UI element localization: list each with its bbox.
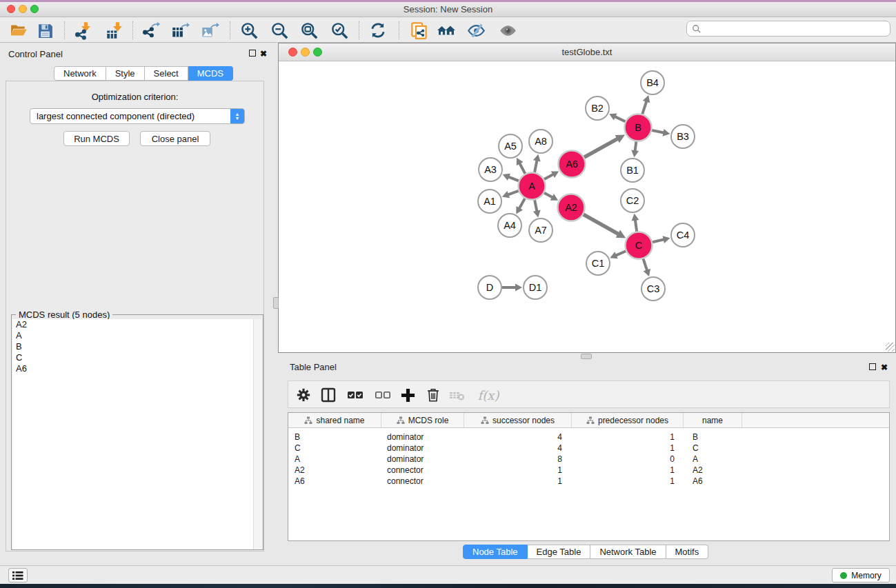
zoom-out-icon[interactable] — [270, 21, 289, 40]
graph-node-D1[interactable]: D1 — [524, 276, 547, 299]
graph-node-C1[interactable]: C1 — [586, 252, 610, 275]
table-cell[interactable]: 1 — [464, 476, 572, 487]
table-row[interactable]: Bdominator41B — [288, 432, 889, 443]
tab-select[interactable]: Select — [145, 66, 188, 81]
show-network-icon[interactable] — [498, 21, 517, 40]
table-cell[interactable]: dominator — [381, 432, 464, 443]
network-graph[interactable]: B4B2BB3A5A8A6A3B1AA1C2A2A4A7C4CC1C3DD1 — [279, 61, 895, 352]
graph-node-A7[interactable]: A7 — [529, 219, 552, 242]
graph-edge-B-B2[interactable] — [614, 116, 625, 122]
save-session-icon[interactable] — [35, 21, 54, 40]
graph-edge-C-C2[interactable] — [635, 219, 637, 232]
graph-node-A6[interactable]: A6 — [559, 151, 586, 178]
graph-node-A1[interactable]: A1 — [478, 190, 501, 213]
graph-node-C[interactable]: C — [626, 232, 653, 259]
graph-edge-B-B1[interactable] — [635, 141, 636, 152]
criterion-select[interactable]: largest connected component (directed) ▲… — [30, 108, 245, 124]
tab-network-table[interactable]: Network Table — [590, 545, 666, 559]
graph-edge-A-A8[interactable] — [535, 159, 537, 172]
import-network-icon[interactable] — [73, 21, 92, 40]
table-cell[interactable]: 1 — [572, 432, 684, 443]
table-row[interactable]: A2connector11A2 — [288, 465, 889, 476]
import-table-icon[interactable] — [105, 21, 124, 40]
resize-grip-icon[interactable] — [886, 343, 895, 352]
clone-network-icon[interactable] — [409, 21, 428, 40]
mcds-result-item[interactable]: A6 — [12, 363, 253, 374]
table-cell[interactable]: A2 — [684, 465, 742, 476]
search-box[interactable] — [686, 21, 890, 37]
graph-node-C4[interactable]: C4 — [671, 223, 695, 247]
graph-node-A2[interactable]: A2 — [558, 194, 585, 221]
network-close-button[interactable] — [288, 48, 297, 57]
table-cell[interactable]: dominator — [381, 443, 464, 454]
table-cell[interactable]: dominator — [381, 454, 464, 465]
table-row[interactable]: Cdominator41C — [288, 443, 889, 454]
maximize-window-button[interactable] — [30, 5, 39, 13]
graph-edge-C-C4[interactable] — [653, 239, 665, 242]
graph-edge-A-A2[interactable] — [544, 193, 553, 198]
graph-node-A8[interactable]: A8 — [529, 130, 552, 153]
zoom-fit-icon[interactable] — [299, 21, 319, 40]
column-header-mcds-role[interactable]: MCDS role — [381, 413, 464, 427]
graph-edge-A-A3[interactable] — [508, 176, 519, 181]
table-cell[interactable]: 1 — [464, 465, 572, 476]
mcds-result-item[interactable]: C — [12, 352, 253, 363]
table-cell[interactable]: connector — [381, 465, 464, 476]
open-session-icon[interactable] — [9, 21, 28, 40]
graph-node-A4[interactable]: A4 — [498, 214, 521, 237]
close-window-button[interactable] — [7, 5, 15, 13]
tab-style[interactable]: Style — [106, 66, 145, 81]
export-table-icon[interactable] — [170, 21, 190, 40]
graph-edge-A-A5[interactable] — [519, 163, 526, 174]
memory-button[interactable]: Memory — [832, 568, 890, 582]
close-panel-button[interactable]: Close panel — [140, 131, 210, 146]
graph-node-B4[interactable]: B4 — [641, 71, 664, 94]
horizontal-splitter-handle[interactable] — [581, 354, 592, 359]
table-cell[interactable]: A — [684, 454, 742, 465]
table-panel-close-icon[interactable]: ✖ — [881, 364, 888, 371]
minimize-window-button[interactable] — [19, 5, 27, 13]
table-cell[interactable]: 0 — [572, 454, 684, 465]
column-header-successor-nodes[interactable]: successor nodes — [464, 413, 572, 427]
graph-node-A5[interactable]: A5 — [499, 134, 522, 158]
tab-edge-table[interactable]: Edge Table — [528, 545, 591, 559]
graph-edge-A-A4[interactable] — [519, 199, 525, 210]
export-network-icon[interactable] — [141, 21, 160, 40]
graph-node-B1[interactable]: B1 — [621, 159, 644, 182]
search-input[interactable] — [705, 24, 890, 34]
column-header-predecessor-nodes[interactable]: predecessor nodes — [572, 413, 684, 427]
table-cell[interactable]: C — [684, 443, 742, 454]
refresh-layout-icon[interactable] — [368, 21, 388, 40]
zoom-in-icon[interactable] — [239, 21, 259, 40]
table-cell[interactable]: connector — [381, 476, 464, 487]
hide-network-icon[interactable] — [466, 21, 486, 40]
tab-mcds[interactable]: MCDS — [188, 66, 233, 81]
tab-network[interactable]: Network — [54, 66, 106, 81]
mcds-result-list[interactable]: A2ABCA6 — [12, 319, 254, 549]
graph-node-A[interactable]: A — [519, 173, 546, 200]
graph-node-B[interactable]: B — [625, 114, 652, 141]
table-row[interactable]: Adominator80A — [288, 454, 889, 465]
table-cell[interactable]: 1 — [572, 476, 684, 487]
delete-row-trash-icon[interactable] — [424, 385, 443, 405]
graph-node-C3[interactable]: C3 — [641, 277, 665, 301]
graph-edge-B-B4[interactable] — [642, 101, 646, 114]
network-maximize-button[interactable] — [313, 48, 322, 57]
table-cell[interactable]: A — [288, 454, 381, 465]
graph-edge-A6-B[interactable] — [584, 139, 619, 157]
control-panel-float-icon[interactable] — [249, 50, 256, 57]
column-header-name[interactable]: name — [684, 413, 742, 427]
tab-node-table[interactable]: Node Table — [463, 545, 528, 559]
graph-node-B3[interactable]: B3 — [671, 125, 695, 148]
tab-motifs[interactable]: Motifs — [666, 545, 709, 559]
network-minimize-button[interactable] — [301, 48, 310, 57]
zoom-selected-icon[interactable] — [330, 21, 349, 40]
graph-node-D[interactable]: D — [478, 276, 501, 299]
graph-edge-A2-C[interactable] — [584, 214, 619, 234]
unselect-all-icon[interactable] — [373, 385, 392, 405]
add-row-plus-icon[interactable] — [398, 385, 417, 405]
mcds-result-scrollbar[interactable] — [253, 319, 262, 549]
table-cell[interactable]: A2 — [288, 465, 381, 476]
home-layout-icon[interactable] — [437, 21, 456, 40]
graph-edge-C-C3[interactable] — [643, 258, 647, 271]
